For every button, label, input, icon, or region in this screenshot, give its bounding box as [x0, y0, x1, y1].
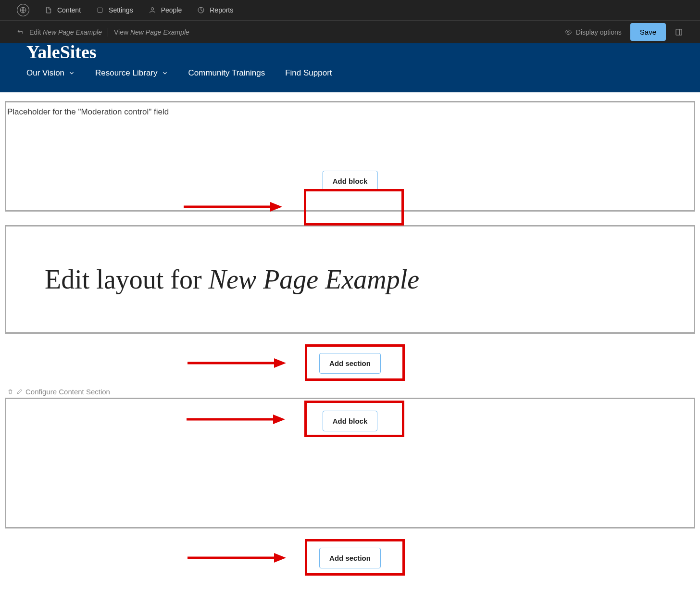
chevron-down-icon — [162, 70, 168, 76]
nav-reports-label: Reports — [210, 6, 233, 14]
display-options[interactable]: Display options — [564, 28, 622, 36]
nav-people-label: People — [161, 6, 182, 14]
chevron-down-icon — [68, 70, 75, 76]
view-link[interactable]: View New Page Example — [114, 28, 189, 36]
nav-content-label: Content — [57, 6, 81, 14]
user-icon — [149, 6, 156, 14]
globe-icon — [17, 4, 29, 16]
site-title: YaleSites — [26, 41, 674, 58]
nav-resource-library[interactable]: Resource Library — [95, 68, 168, 78]
configure-section-row: Configure Content Section — [5, 388, 695, 396]
edit-link[interactable]: Edit New Page Example — [29, 28, 102, 36]
add-section-button[interactable]: Add section — [319, 548, 381, 568]
back-arrow-icon — [17, 29, 24, 36]
svg-point-4 — [567, 31, 569, 33]
title-section: Edit layout for New Page Example — [5, 225, 695, 334]
content-section: Add block — [5, 398, 695, 528]
svg-point-2 — [151, 8, 153, 10]
nav-community-trainings[interactable]: Community Trainings — [188, 68, 265, 78]
page-title: Edit layout for New Page Example — [45, 264, 655, 295]
nav-settings[interactable]: Settings — [96, 6, 133, 14]
site-nav: Our Vision Resource Library Community Tr… — [26, 68, 674, 78]
admin-topbar: Content Settings People Reports — [0, 0, 700, 20]
panel-toggle-icon[interactable] — [675, 28, 683, 37]
pencil-icon[interactable] — [16, 389, 23, 395]
nav-find-support[interactable]: Find Support — [285, 68, 332, 78]
moderation-section: Placeholder for the "Moderation control"… — [5, 101, 695, 212]
nav-people[interactable]: People — [149, 6, 182, 14]
subbar-actions: Display options Save — [564, 23, 683, 41]
square-icon — [96, 6, 104, 14]
trash-icon[interactable] — [7, 389, 13, 395]
site-header: YaleSites Our Vision Resource Library Co… — [0, 43, 700, 92]
eye-icon — [564, 28, 572, 36]
save-button[interactable]: Save — [630, 23, 666, 41]
chart-icon — [197, 6, 205, 14]
divider — [108, 28, 108, 37]
nav-content[interactable]: Content — [45, 6, 81, 14]
add-block-button[interactable]: Add block — [323, 171, 378, 191]
breadcrumb: Edit New Page Example View New Page Exam… — [17, 28, 189, 37]
file-icon — [45, 6, 52, 14]
svg-rect-1 — [98, 8, 102, 12]
add-block-button[interactable]: Add block — [323, 411, 378, 431]
moderation-placeholder: Placeholder for the "Moderation control"… — [7, 107, 693, 117]
admin-subbar: Edit New Page Example View New Page Exam… — [0, 20, 700, 43]
svg-rect-5 — [676, 29, 682, 35]
add-section-button[interactable]: Add section — [319, 353, 381, 374]
nav-reports[interactable]: Reports — [197, 6, 233, 14]
nav-settings-label: Settings — [109, 6, 133, 14]
layout-builder: Placeholder for the "Moderation control"… — [0, 92, 700, 597]
nav-our-vision[interactable]: Our Vision — [26, 68, 75, 78]
configure-section-label[interactable]: Configure Content Section — [25, 388, 110, 396]
logo[interactable] — [17, 4, 29, 16]
